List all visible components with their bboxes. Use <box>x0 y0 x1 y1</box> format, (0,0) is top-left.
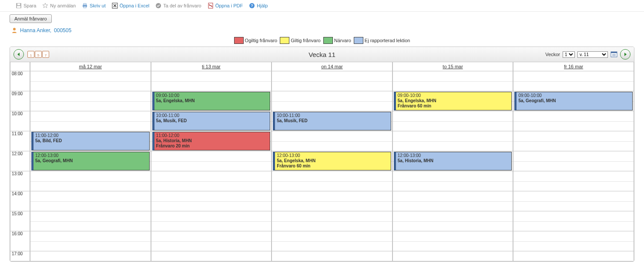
cell-tue-17[interactable] <box>151 251 272 261</box>
star-icon <box>42 3 48 9</box>
calendar-grid: må 12 mar ti 13 mar on 14 mar to 15 mar … <box>10 62 634 261</box>
tadel-label: Ta del av frånvaro <box>163 3 201 8</box>
cell-fri-12[interactable] <box>513 151 634 171</box>
day-head-fri[interactable]: fr 16 mar <box>513 62 634 71</box>
cell-fri-17[interactable] <box>513 251 634 261</box>
cell-thu-12[interactable]: 12:00-13:005a, Historia, MHN <box>392 151 513 171</box>
cell-wed-11[interactable] <box>272 131 392 151</box>
cell-wed-09[interactable] <box>272 91 392 111</box>
event-tue-10[interactable]: 10:00-11:005a, Musik, FED <box>152 112 271 130</box>
cell-mon-11[interactable]: 11:00-12:005a, Bild, FED <box>30 131 151 151</box>
cell-mon-13[interactable] <box>30 171 151 191</box>
cell-mon-16[interactable] <box>30 231 151 251</box>
prev-week-button[interactable] <box>13 49 24 60</box>
cell-fri-08[interactable] <box>513 71 634 91</box>
day-head-mon[interactable]: må 12 mar <box>30 62 151 71</box>
cell-wed-17[interactable] <box>272 251 392 261</box>
legend-narvaro: Närvaro <box>323 37 351 44</box>
week-title: Vecka 11 <box>10 51 634 58</box>
svg-rect-1 <box>17 6 20 8</box>
help-label: Hjälp <box>257 3 268 8</box>
day-head-wed[interactable]: on 14 mar <box>272 62 392 71</box>
event-wed-10[interactable]: 10:00-11:005a, Musik, FED <box>273 112 391 130</box>
cell-tue-13[interactable] <box>151 171 272 191</box>
cell-tue-11[interactable]: 11:00-12:005a, Historia, MHNFrånvaro 20 … <box>151 131 272 151</box>
legend-ej-label: Ej rapporterad lektion <box>365 38 410 43</box>
cell-mon-09[interactable] <box>30 91 151 111</box>
help-action[interactable]: ? Hjälp <box>249 3 268 9</box>
event-wed-12[interactable]: 12:00-13:005a, Engelska, MHNFrånvaro 60 … <box>273 152 391 170</box>
cell-mon-15[interactable] <box>30 211 151 231</box>
event-mon-11[interactable]: 11:00-12:005a, Bild, FED <box>31 132 150 150</box>
save-action: Spara <box>16 3 36 9</box>
cell-tue-16[interactable] <box>151 231 272 251</box>
legend-ogiltig-label: Ogiltig frånvaro <box>245 38 278 43</box>
cell-tue-09[interactable]: 09:00-10:005a, Engelska, MHN <box>151 91 272 111</box>
week-select[interactable]: v. 11 <box>577 51 608 58</box>
cell-mon-17[interactable] <box>30 251 151 261</box>
cell-wed-10[interactable]: 10:00-11:005a, Musik, FED <box>272 111 392 131</box>
user-id: 000505 <box>54 27 71 33</box>
event-thu-09[interactable]: 09:00-10:005a, Engelska, MHNFrånvaro 60 … <box>394 92 512 110</box>
cell-wed-16[interactable] <box>272 231 392 251</box>
tadel-action: Ta del av frånvaro <box>155 3 201 9</box>
cell-wed-12[interactable]: 12:00-13:005a, Engelska, MHNFrånvaro 60 … <box>272 151 392 171</box>
save-label: Spara <box>23 3 36 8</box>
cell-thu-08[interactable] <box>392 71 513 91</box>
cell-fri-09[interactable]: 09:00-10:005a, Geografi, MHN <box>513 91 634 111</box>
cell-thu-15[interactable] <box>392 211 513 231</box>
time-13: 13:00 <box>10 171 30 191</box>
cell-tue-14[interactable] <box>151 191 272 211</box>
cell-fri-14[interactable] <box>513 191 634 211</box>
cell-wed-15[interactable] <box>272 211 392 231</box>
cell-mon-14[interactable] <box>30 191 151 211</box>
cell-mon-12[interactable]: 12:00-13:005a, Geografi, MHN <box>30 151 151 171</box>
time-14: 14:00 <box>10 191 30 211</box>
excel-label: Öppna i Excel <box>120 3 149 8</box>
cell-fri-16[interactable] <box>513 231 634 251</box>
excel-action[interactable]: Öppna i Excel <box>112 3 149 9</box>
cell-thu-16[interactable] <box>392 231 513 251</box>
cell-wed-13[interactable] <box>272 171 392 191</box>
veckor-count-select[interactable]: 1 <box>563 51 575 58</box>
event-tue-11[interactable]: 11:00-12:005a, Historia, MHNFrånvaro 20 … <box>152 132 271 150</box>
cell-fri-11[interactable] <box>513 131 634 151</box>
cell-thu-13[interactable] <box>392 171 513 191</box>
next-week-button[interactable] <box>620 49 631 60</box>
event-mon-12[interactable]: 12:00-13:005a, Geografi, MHN <box>31 152 150 170</box>
cell-wed-08[interactable] <box>272 71 392 91</box>
svg-rect-5 <box>84 3 86 5</box>
cell-tue-15[interactable] <box>151 211 272 231</box>
swatch-green <box>323 37 333 44</box>
cell-thu-11[interactable] <box>392 131 513 151</box>
time-12: 12:00 <box>10 151 30 171</box>
event-fri-09[interactable]: 09:00-10:005a, Geografi, MHN <box>514 92 633 110</box>
swatch-yellow <box>280 37 289 44</box>
svg-rect-6 <box>84 7 86 8</box>
event-thu-12[interactable]: 12:00-13:005a, Historia, MHN <box>394 152 512 170</box>
cell-tue-08[interactable] <box>151 71 272 91</box>
cell-wed-14[interactable] <box>272 191 392 211</box>
event-tue-09[interactable]: 09:00-10:005a, Engelska, MHN <box>152 92 271 110</box>
cell-fri-10[interactable] <box>513 111 634 131</box>
pdf-action[interactable]: Öppna i PDF <box>208 3 243 9</box>
cell-thu-14[interactable] <box>392 191 513 211</box>
report-absence-button[interactable]: Anmäl frånvaro <box>10 14 52 23</box>
time-08: 08:00 <box>10 71 30 91</box>
cell-thu-17[interactable] <box>392 251 513 261</box>
cell-fri-15[interactable] <box>513 211 634 231</box>
day-head-tue[interactable]: ti 13 mar <box>151 62 272 71</box>
cell-mon-08[interactable] <box>30 71 151 91</box>
print-label: Skriv ut <box>90 3 106 8</box>
cell-thu-09[interactable]: 09:00-10:005a, Engelska, MHNFrånvaro 60 … <box>392 91 513 111</box>
cell-thu-10[interactable] <box>392 111 513 131</box>
mini-calendar-icons[interactable]: 157 <box>27 51 49 58</box>
day-head-thu[interactable]: to 15 mar <box>392 62 513 71</box>
user-name: Hanna Anker, <box>20 27 51 33</box>
cell-tue-12[interactable] <box>151 151 272 171</box>
cell-fri-13[interactable] <box>513 171 634 191</box>
print-action[interactable]: Skriv ut <box>82 3 106 9</box>
cell-mon-10[interactable] <box>30 111 151 131</box>
date-picker-icon[interactable] <box>610 51 617 58</box>
cell-tue-10[interactable]: 10:00-11:005a, Musik, FED <box>151 111 272 131</box>
